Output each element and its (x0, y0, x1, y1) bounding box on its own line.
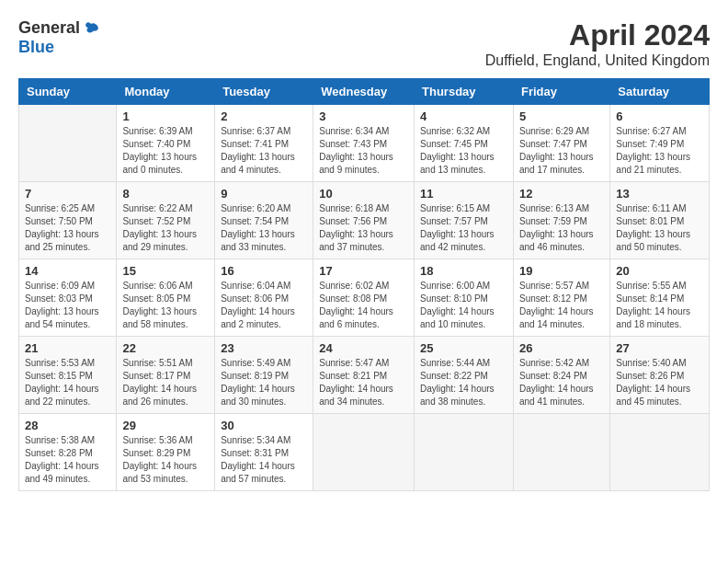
day-number: 23 (221, 341, 307, 355)
calendar-cell (19, 105, 117, 182)
day-number: 25 (420, 341, 507, 355)
page-header: General Blue April 2024 Duffield, Englan… (18, 18, 710, 69)
logo-blue-text: Blue (18, 38, 54, 57)
calendar-cell: 16Sunrise: 6:04 AM Sunset: 8:06 PM Dayli… (215, 259, 313, 337)
calendar-cell: 7Sunrise: 6:25 AM Sunset: 7:50 PM Daylig… (19, 182, 117, 259)
day-info: Sunrise: 6:09 AM Sunset: 8:03 PM Dayligh… (25, 280, 110, 331)
calendar-cell: 21Sunrise: 5:53 AM Sunset: 8:15 PM Dayli… (19, 337, 117, 414)
day-number: 20 (616, 264, 703, 278)
calendar-cell: 18Sunrise: 6:00 AM Sunset: 8:10 PM Dayli… (415, 259, 514, 337)
calendar-cell: 30Sunrise: 5:34 AM Sunset: 8:31 PM Dayli… (215, 414, 313, 491)
calendar-table: SundayMondayTuesdayWednesdayThursdayFrid… (18, 78, 710, 491)
calendar-cell: 24Sunrise: 5:47 AM Sunset: 8:21 PM Dayli… (313, 337, 415, 414)
day-info: Sunrise: 6:06 AM Sunset: 8:05 PM Dayligh… (122, 280, 209, 331)
day-info: Sunrise: 6:29 AM Sunset: 7:47 PM Dayligh… (519, 125, 604, 177)
day-number: 5 (519, 109, 604, 123)
day-info: Sunrise: 6:18 AM Sunset: 7:56 PM Dayligh… (319, 202, 408, 254)
day-number: 11 (420, 187, 507, 201)
calendar-cell: 23Sunrise: 5:49 AM Sunset: 8:19 PM Dayli… (215, 337, 313, 414)
calendar-cell: 6Sunrise: 6:27 AM Sunset: 7:49 PM Daylig… (610, 105, 710, 182)
day-number: 10 (319, 187, 408, 201)
day-number: 30 (221, 419, 307, 432)
calendar-cell: 2Sunrise: 6:37 AM Sunset: 7:41 PM Daylig… (215, 105, 313, 182)
day-info: Sunrise: 5:55 AM Sunset: 8:14 PM Dayligh… (616, 280, 703, 331)
calendar-cell: 4Sunrise: 6:32 AM Sunset: 7:45 PM Daylig… (415, 105, 514, 182)
day-info: Sunrise: 6:37 AM Sunset: 7:41 PM Dayligh… (221, 125, 307, 177)
day-number: 12 (519, 187, 604, 201)
calendar-cell: 3Sunrise: 6:34 AM Sunset: 7:43 PM Daylig… (313, 105, 415, 182)
calendar-cell (610, 414, 710, 491)
day-info: Sunrise: 6:25 AM Sunset: 7:50 PM Dayligh… (25, 202, 110, 254)
day-number: 26 (519, 341, 604, 355)
day-number: 13 (616, 187, 703, 201)
day-header-tuesday: Tuesday (215, 79, 313, 105)
day-header-saturday: Saturday (610, 79, 710, 105)
day-info: Sunrise: 6:04 AM Sunset: 8:06 PM Dayligh… (221, 280, 307, 331)
calendar-week-row: 14Sunrise: 6:09 AM Sunset: 8:03 PM Dayli… (19, 259, 710, 337)
day-number: 29 (122, 419, 209, 432)
calendar-week-row: 21Sunrise: 5:53 AM Sunset: 8:15 PM Dayli… (19, 337, 710, 414)
day-number: 14 (25, 264, 110, 278)
calendar-cell: 29Sunrise: 5:36 AM Sunset: 8:29 PM Dayli… (117, 414, 215, 491)
day-number: 15 (122, 264, 209, 278)
day-info: Sunrise: 5:40 AM Sunset: 8:26 PM Dayligh… (616, 357, 703, 408)
day-info: Sunrise: 6:00 AM Sunset: 8:10 PM Dayligh… (420, 280, 507, 331)
calendar-week-row: 7Sunrise: 6:25 AM Sunset: 7:50 PM Daylig… (19, 182, 710, 259)
day-info: Sunrise: 6:27 AM Sunset: 7:49 PM Dayligh… (616, 125, 703, 177)
day-info: Sunrise: 5:38 AM Sunset: 8:28 PM Dayligh… (25, 434, 110, 486)
calendar-cell: 26Sunrise: 5:42 AM Sunset: 8:24 PM Dayli… (513, 337, 609, 414)
day-number: 16 (221, 264, 307, 278)
calendar-cell: 8Sunrise: 6:22 AM Sunset: 7:52 PM Daylig… (117, 182, 215, 259)
calendar-cell: 25Sunrise: 5:44 AM Sunset: 8:22 PM Dayli… (415, 337, 514, 414)
day-number: 17 (319, 264, 408, 278)
calendar-cell: 1Sunrise: 6:39 AM Sunset: 7:40 PM Daylig… (117, 105, 215, 182)
day-info: Sunrise: 6:22 AM Sunset: 7:52 PM Dayligh… (122, 202, 209, 254)
calendar-week-row: 1Sunrise: 6:39 AM Sunset: 7:40 PM Daylig… (19, 105, 710, 182)
calendar-cell: 13Sunrise: 6:11 AM Sunset: 8:01 PM Dayli… (610, 182, 710, 259)
calendar-cell: 22Sunrise: 5:51 AM Sunset: 8:17 PM Dayli… (117, 337, 215, 414)
day-info: Sunrise: 5:47 AM Sunset: 8:21 PM Dayligh… (319, 357, 408, 408)
day-header-wednesday: Wednesday (313, 79, 415, 105)
day-info: Sunrise: 6:39 AM Sunset: 7:40 PM Dayligh… (122, 125, 209, 177)
logo-bird-icon (82, 19, 100, 38)
month-title: April 2024 (485, 18, 710, 52)
day-info: Sunrise: 6:32 AM Sunset: 7:45 PM Dayligh… (420, 125, 507, 177)
calendar-cell (513, 414, 609, 491)
calendar-cell (415, 414, 514, 491)
day-info: Sunrise: 6:02 AM Sunset: 8:08 PM Dayligh… (319, 280, 408, 331)
calendar-cell: 12Sunrise: 6:13 AM Sunset: 7:59 PM Dayli… (513, 182, 609, 259)
logo-general-text: General (18, 18, 80, 38)
day-info: Sunrise: 5:44 AM Sunset: 8:22 PM Dayligh… (420, 357, 507, 408)
day-number: 28 (25, 419, 110, 432)
location-text: Duffield, England, United Kingdom (485, 52, 710, 69)
calendar-cell: 14Sunrise: 6:09 AM Sunset: 8:03 PM Dayli… (19, 259, 117, 337)
day-info: Sunrise: 6:13 AM Sunset: 7:59 PM Dayligh… (519, 202, 604, 254)
day-info: Sunrise: 5:36 AM Sunset: 8:29 PM Dayligh… (122, 434, 209, 486)
day-number: 2 (221, 109, 307, 123)
day-info: Sunrise: 5:49 AM Sunset: 8:19 PM Dayligh… (221, 357, 307, 408)
calendar-cell: 20Sunrise: 5:55 AM Sunset: 8:14 PM Dayli… (610, 259, 710, 337)
day-number: 8 (122, 187, 209, 201)
calendar-cell: 28Sunrise: 5:38 AM Sunset: 8:28 PM Dayli… (19, 414, 117, 491)
calendar-cell: 17Sunrise: 6:02 AM Sunset: 8:08 PM Dayli… (313, 259, 415, 337)
day-header-thursday: Thursday (415, 79, 514, 105)
calendar-week-row: 28Sunrise: 5:38 AM Sunset: 8:28 PM Dayli… (19, 414, 710, 491)
title-section: April 2024 Duffield, England, United Kin… (485, 18, 710, 69)
day-info: Sunrise: 5:34 AM Sunset: 8:31 PM Dayligh… (221, 434, 307, 486)
day-number: 9 (221, 187, 307, 201)
day-header-sunday: Sunday (19, 79, 117, 105)
calendar-cell: 10Sunrise: 6:18 AM Sunset: 7:56 PM Dayli… (313, 182, 415, 259)
day-number: 27 (616, 341, 703, 355)
calendar-cell: 11Sunrise: 6:15 AM Sunset: 7:57 PM Dayli… (415, 182, 514, 259)
day-number: 19 (519, 264, 604, 278)
logo: General Blue (18, 18, 100, 57)
day-info: Sunrise: 6:11 AM Sunset: 8:01 PM Dayligh… (616, 202, 703, 254)
day-number: 6 (616, 109, 703, 123)
day-info: Sunrise: 6:34 AM Sunset: 7:43 PM Dayligh… (319, 125, 408, 177)
day-number: 24 (319, 341, 408, 355)
day-number: 1 (122, 109, 209, 123)
day-info: Sunrise: 5:53 AM Sunset: 8:15 PM Dayligh… (25, 357, 110, 408)
day-info: Sunrise: 5:42 AM Sunset: 8:24 PM Dayligh… (519, 357, 604, 408)
day-number: 3 (319, 109, 408, 123)
day-info: Sunrise: 5:51 AM Sunset: 8:17 PM Dayligh… (122, 357, 209, 408)
